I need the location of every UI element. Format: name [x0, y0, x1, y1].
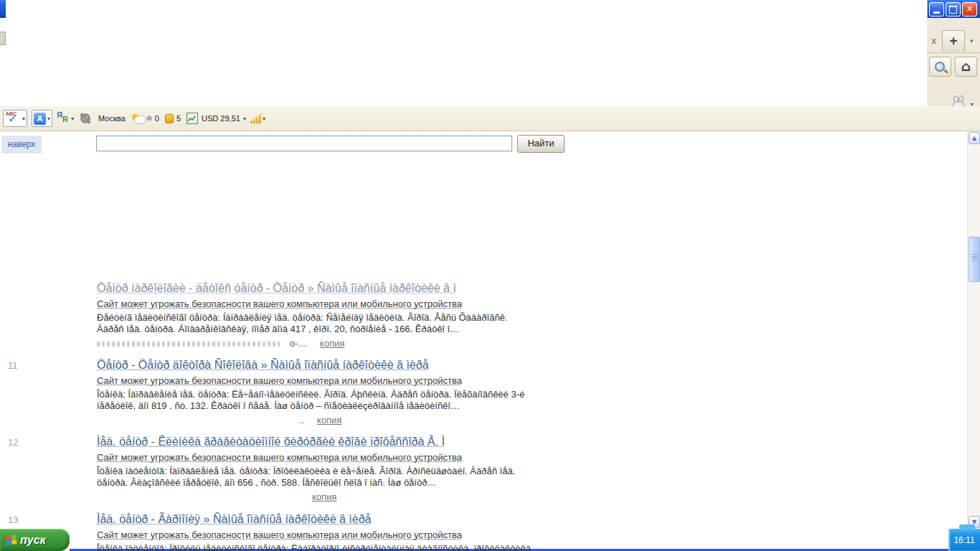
browser-chrome-right: x + ▾ ⌂ ▾	[927, 18, 980, 106]
url-tail-text: ..	[299, 415, 304, 425]
system-tray: 16:11	[948, 529, 980, 551]
home-button[interactable]: ⌂	[955, 57, 977, 77]
blank-popup-window	[6, 0, 928, 106]
result-url-line: .. копия	[97, 415, 536, 426]
close-button[interactable]: ✕	[962, 2, 977, 17]
search-panel: Найти	[0, 131, 967, 157]
city-label: Москва	[98, 114, 126, 123]
windows-logo-icon	[5, 534, 17, 546]
window-controls: ✕	[929, 2, 977, 17]
weather-indicator[interactable]: ❄ 0	[131, 114, 161, 123]
cached-copy-link[interactable]: копия	[317, 415, 341, 425]
left-edge-tab[interactable]	[0, 32, 6, 45]
result-item-12: 12 Ìåä. öåíòð - Êëèíèêà ãðàâèòàöèîííîé õ…	[97, 435, 536, 503]
home-icon: ⌂	[956, 58, 976, 74]
desktop: ✕ x + ▾ ⌂ ▾ ABC ✓ ▾ А ▾	[0, 0, 980, 551]
translate-button[interactable]: А ▾	[32, 110, 52, 127]
new-tab-button[interactable]: +	[942, 30, 965, 52]
vertical-scrollbar[interactable]: ▲ ▼	[967, 131, 980, 529]
tab-close-icon[interactable]: x	[931, 35, 936, 46]
result-url-line: о-… копия	[97, 338, 536, 349]
snowflake-icon: ❄	[146, 114, 153, 123]
chevron-down-icon[interactable]: ▾	[47, 116, 50, 122]
result-number: 13	[8, 514, 18, 525]
spellcheck-button[interactable]: ABC ✓ ▾	[3, 110, 27, 127]
chevron-down-icon[interactable]: ▾	[22, 116, 25, 122]
result-title-link[interactable]: Ìåä. öåíòð - Êëèíèêà ãðàâèòàöèîííîé õèðó…	[97, 435, 536, 448]
chevron-down-icon[interactable]: ▾	[71, 116, 74, 122]
chevron-down-icon[interactable]: ▾	[263, 116, 265, 122]
result-title-link[interactable]: Öåíòð íàðêîëîãèè - äåòîêñ öåíòð - Öåíòð …	[97, 281, 536, 295]
result-number: 11	[8, 360, 18, 371]
result-number: 12	[8, 437, 18, 448]
result-title-link[interactable]: Öåíòð - Öåíòð äîêòîðà Ñîêîëîâà » Ñàìûå î…	[97, 358, 536, 372]
restore-icon	[949, 6, 957, 14]
chart-icon	[187, 113, 198, 124]
traffic-icon	[165, 114, 174, 123]
start-button[interactable]: пуск	[0, 529, 70, 551]
back-to-top-link[interactable]: наверх	[1, 136, 42, 154]
translit-r: R	[62, 115, 68, 123]
url-tail-text: о-…	[290, 338, 308, 349]
search-input[interactable]	[96, 136, 512, 151]
result-snippet: Îöåíêà ïàöèåíòîâ: Íàïðàâëåíèå ìåä. öåíòð…	[97, 466, 536, 489]
settings-button[interactable]	[78, 113, 93, 123]
spellcheck-check-icon: ✓	[8, 112, 17, 126]
magnifier-icon	[935, 62, 945, 72]
city-indicator[interactable]: Москва	[97, 114, 127, 123]
gear-icon	[80, 113, 90, 123]
find-button[interactable]: Найти	[517, 135, 565, 153]
malware-warning-link[interactable]: Сайт может угрожать безопасности вашего …	[97, 375, 536, 386]
cached-copy-link[interactable]: копия	[320, 338, 344, 349]
traffic-score: 5	[176, 114, 181, 123]
tab-list-dropdown-icon[interactable]: ▾	[970, 37, 974, 44]
translit-ya: Я	[57, 110, 62, 119]
malware-warning-link[interactable]: Сайт может угрожать безопасности вашего …	[97, 452, 536, 463]
search-results-page: Öåíòð íàðêîëîãèè - äåòîêñ öåíòð - Öåíòð …	[0, 131, 967, 529]
close-icon: ✕	[966, 4, 973, 14]
currency-indicator[interactable]: USD 29,51 ▾	[187, 113, 246, 124]
result-snippet: Ðåéòèíã ìåäèöèíñêîãî öåíòðà: Íàïðàâëåíèÿ…	[97, 312, 536, 335]
connection-indicator[interactable]: ▾	[250, 113, 265, 123]
result-item-11: 11 Öåíòð - Öåíòð äîêòîðà Ñîêîëîâà » Ñàìû…	[97, 358, 536, 426]
minimize-button[interactable]	[929, 2, 944, 17]
malware-warning-link[interactable]: Сайт может угрожать безопасности вашего …	[97, 298, 536, 309]
signal-bars-icon	[250, 113, 261, 123]
malware-warning-link[interactable]: Сайт может угрожать безопасности вашего …	[97, 529, 536, 540]
start-label: пуск	[20, 534, 46, 547]
weather-temp: 0	[155, 114, 159, 123]
weather-cloud-icon	[131, 114, 146, 123]
scrollbar-thumb[interactable]	[969, 237, 980, 282]
clock[interactable]: 16:11	[953, 535, 974, 545]
search-button[interactable]	[929, 57, 951, 77]
traffic-indicator[interactable]: 5	[165, 114, 182, 123]
result-title-link[interactable]: Ìåä. öåíòð - Ãàðìîíèÿ » Ñàìûå îïàñíûå íà…	[97, 512, 536, 526]
yandex-bar-toolbar: ABC ✓ ▾ А ▾ Я R ▾ Москва ❄ 0	[0, 106, 980, 131]
scrollbar-grip	[971, 256, 977, 257]
minimize-icon	[933, 11, 940, 14]
result-item-13: 13 Ìåä. öåíòð - Ãàðìîíèÿ » Ñàìûå îïàñíûå…	[97, 512, 536, 551]
cached-copy-link[interactable]: копия	[312, 491, 336, 502]
translate-icon: А	[34, 113, 46, 125]
translit-icon: Я R	[57, 112, 70, 125]
result-item-10: Öåíòð íàðêîëîãèè - äåòîêñ öåíòð - Öåíòð …	[97, 281, 536, 349]
result-url-line: копия	[97, 491, 536, 503]
result-snippet: Îöåíêà: Íàïðàâëåíèå ìåä. öåíòðà: Ëå÷åáíî…	[97, 389, 536, 412]
faded-url-text	[97, 342, 280, 347]
tabbar-divider	[927, 52, 980, 53]
cloud-icon	[134, 116, 146, 124]
tray-chevron-tab[interactable]	[959, 524, 975, 529]
result-snippet: Îöåíêà ïàöèåíòîâ: Ïðîôèëü ìåäèöèíñêîãî ö…	[97, 543, 536, 551]
translit-button[interactable]: Я R ▾	[57, 112, 74, 125]
scroll-up-button[interactable]: ▲	[969, 132, 980, 144]
currency-rate: USD 29,51	[202, 114, 240, 123]
chevron-down-icon[interactable]: ▾	[243, 116, 246, 122]
restore-button[interactable]	[946, 2, 961, 17]
spellcheck-icon: ABC ✓	[5, 111, 21, 126]
